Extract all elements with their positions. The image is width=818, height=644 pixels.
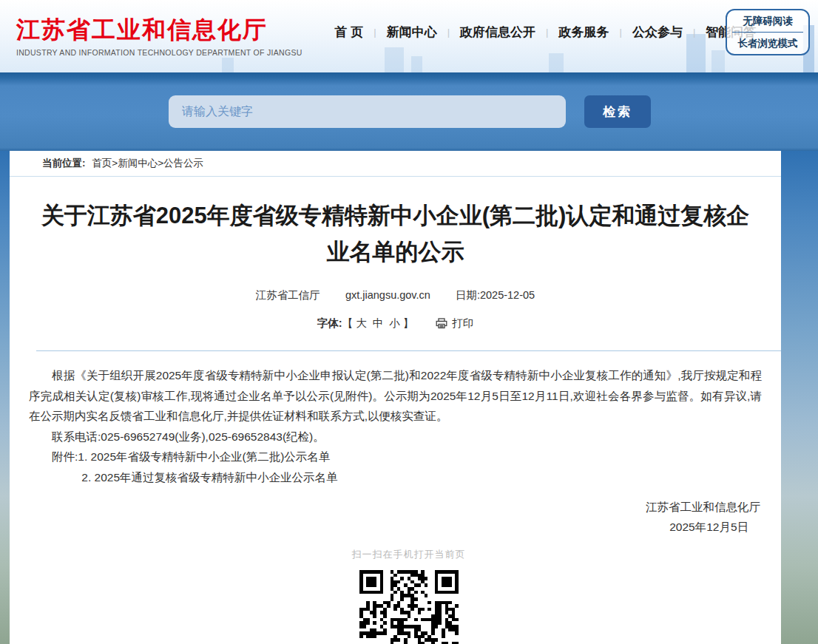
contact-phones: 联系电话:025-69652749(业务),025-69652843(纪检)。 bbox=[29, 427, 762, 447]
skyline-decoration bbox=[222, 58, 234, 72]
skyline-decoration bbox=[711, 50, 725, 72]
logo-subtitle: INDUSTRY AND INFORMATION TECHNOLOGY DEPA… bbox=[16, 48, 302, 57]
printer-icon bbox=[436, 318, 447, 329]
qr-caption: 扫一扫在手机打开当前页 bbox=[42, 544, 775, 565]
font-size-small-button[interactable]: 小 bbox=[389, 316, 400, 331]
search-band: 检索 bbox=[0, 72, 818, 151]
breadcrumb-label: 当前位置: bbox=[42, 157, 86, 169]
font-size-label: 字体: bbox=[317, 316, 342, 331]
bracket-open: 【 bbox=[342, 316, 354, 331]
article-tools: 字体: 【 大 中 小 】 打印 bbox=[10, 316, 781, 331]
attachment-link-1[interactable]: 附件:1. 2025年省级专精特新中小企业(第二批)公示名单 bbox=[29, 447, 762, 467]
search-input[interactable] bbox=[169, 95, 566, 128]
signature-org: 江苏省工业和信息化厅 bbox=[29, 497, 762, 517]
nav-news-center[interactable]: 新闻中心 bbox=[387, 24, 437, 41]
breadcrumb-path[interactable]: 首页>新闻中心>公告公示 bbox=[92, 157, 203, 169]
skyline-decoration bbox=[549, 53, 564, 72]
article-source: 江苏省工信厅 bbox=[256, 289, 320, 301]
nav-gov-info-disclosure[interactable]: 政府信息公开 bbox=[460, 24, 535, 41]
skyline-decoration bbox=[411, 56, 422, 72]
attachment-link-2[interactable]: 2. 2025年通过复核省级专精特新中小企业公示名单 bbox=[29, 467, 762, 488]
article-paragraph: 根据《关于组织开展2025年度省级专精特新中小企业申报认定(第二批)和2022年… bbox=[29, 365, 762, 427]
article-body: 根据《关于组织开展2025年度省级专精特新中小企业申报认定(第二批)和2022年… bbox=[10, 351, 781, 644]
page-title: 关于江苏省2025年度省级专精特新中小企业(第二批)认定和通过复核企业名单的公示 bbox=[39, 197, 751, 270]
skyline-decoration bbox=[385, 47, 404, 72]
bracket-close: 】 bbox=[403, 316, 414, 331]
accessibility-box: 无障碍阅读 长者浏览模式 bbox=[726, 9, 810, 55]
logo-title: 江苏省工业和信息化厅 bbox=[16, 16, 302, 44]
signature-block: 江苏省工业和信息化厅 2025年12月5日 bbox=[29, 497, 762, 537]
signature-date: 2025年12月5日 bbox=[29, 517, 762, 537]
page-background: 当前位置: 首页>新闻中心>公告公示 关于江苏省2025年度省级专精特新中小企业… bbox=[0, 151, 818, 644]
print-button[interactable]: 打印 bbox=[436, 316, 473, 331]
article-date: 日期:2025-12-05 bbox=[456, 289, 535, 301]
qr-section: 扫一扫在手机打开当前页 bbox=[42, 544, 775, 644]
search-bar: 检索 bbox=[169, 95, 651, 128]
accessible-reading-button[interactable]: 无障碍阅读 bbox=[727, 10, 808, 32]
print-label: 打印 bbox=[452, 316, 473, 331]
qr-code bbox=[42, 570, 775, 644]
site-logo[interactable]: 江苏省工业和信息化厅 INDUSTRY AND INFORMATION TECH… bbox=[16, 16, 302, 57]
nav-public-participation[interactable]: 公众参与 bbox=[632, 24, 683, 41]
search-button[interactable]: 检索 bbox=[584, 95, 651, 128]
article-meta: 江苏省工信厅 gxt.jiangsu.gov.cn 日期:2025-12-05 bbox=[10, 288, 781, 302]
nav-gov-services[interactable]: 政务服务 bbox=[559, 24, 609, 41]
breadcrumb: 当前位置: 首页>新闻中心>公告公示 bbox=[10, 151, 781, 177]
nav-home[interactable]: 首 页 bbox=[335, 24, 364, 41]
main-nav: 首 页 新闻中心 政府信息公开 政务服务 公众参与 智能问答 bbox=[335, 24, 757, 41]
site-header: 江苏省工业和信息化厅 INDUSTRY AND INFORMATION TECH… bbox=[0, 0, 818, 72]
content-panel: 当前位置: 首页>新闻中心>公告公示 关于江苏省2025年度省级专精特新中小企业… bbox=[10, 151, 781, 644]
elder-mode-button[interactable]: 长者浏览模式 bbox=[727, 33, 808, 54]
font-size-large-button[interactable]: 大 bbox=[356, 316, 367, 331]
font-size-medium-button[interactable]: 中 bbox=[373, 316, 384, 331]
article-site: gxt.jiangsu.gov.cn bbox=[345, 289, 430, 301]
